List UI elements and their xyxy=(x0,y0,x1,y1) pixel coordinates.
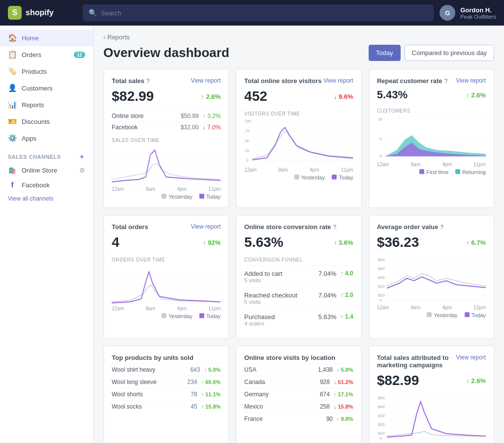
orders-badge: 12 xyxy=(74,52,85,58)
visitors-chart: 100 75 50 25 0 xyxy=(244,118,353,165)
svg-text:75: 75 xyxy=(245,129,249,133)
total-orders-card: Total orders View report 4 ↑ 92% ORDERS … xyxy=(103,215,229,339)
channel-online-store[interactable]: 🛍️ Online Store ⚙ xyxy=(0,163,93,177)
breadcrumb[interactable]: ‹ Reports xyxy=(103,33,494,41)
orders-legend: Yesterday Today xyxy=(112,313,220,319)
orders-icon: 📋 xyxy=(8,50,17,59)
sales-legend: Yesterday Today xyxy=(112,194,220,200)
svg-text:$10: $10 xyxy=(378,293,385,297)
avg-order-card: Average order value ? $36.23 ↑ 6.7% $50 … xyxy=(369,215,494,339)
user-area[interactable]: G Gordon H. Peak Outfitters xyxy=(440,5,496,21)
total-sales-sub-metrics: Online store $50.99 ↑ 3.2% Facebook $32.… xyxy=(112,110,220,133)
channel-label-facebook: Facebook xyxy=(22,181,50,189)
marketing-view-report[interactable]: View report xyxy=(456,354,486,361)
visitors-legend: Yesterday Today xyxy=(244,175,353,180)
page-header: Overview dashboard Today Compared to pre… xyxy=(103,45,494,61)
repeat-customer-card: Repeat customer rate ? View report 5.43%… xyxy=(369,69,494,208)
sidebar-label-home: Home xyxy=(22,34,39,42)
main-content: ‹ Reports Overview dashboard Today Compa… xyxy=(94,26,504,443)
search-icon: 🔍 xyxy=(89,9,97,17)
sidebar-label-orders: Orders xyxy=(22,51,41,59)
total-sales-help-icon: ? xyxy=(146,78,150,85)
orders-chart-label: ORDERS OVER TIME xyxy=(112,257,220,263)
customers-icon: 👤 xyxy=(8,84,17,92)
top-products-card: Top products by units sold Wool shirt he… xyxy=(103,346,229,443)
search-bar[interactable]: 🔍 xyxy=(83,4,434,21)
online-store-settings-icon[interactable]: ⚙ xyxy=(79,167,85,174)
sales-x-labels: 12am8am4pm11pm xyxy=(112,186,220,192)
location-visits-card: Online store visits by location USA 1,43… xyxy=(236,346,361,443)
discounts-icon: 🎫 xyxy=(8,117,17,126)
search-input[interactable] xyxy=(101,9,428,17)
svg-text:0: 0 xyxy=(247,158,249,163)
marketing-change: ↑ 2.6% xyxy=(466,377,486,384)
product-list: Wool shirt heavy 643 ↑ 5.0% Wool long sl… xyxy=(112,363,220,413)
view-all-channels[interactable]: View all channels xyxy=(0,192,93,205)
conversion-change: ↑ 3.6% xyxy=(334,239,353,246)
visitors-change: ↓ 9.6% xyxy=(334,93,353,100)
sales-chart-label: SALES OVER TIME xyxy=(112,138,220,143)
page-title: Overview dashboard xyxy=(103,45,229,60)
svg-text:25: 25 xyxy=(245,148,249,153)
compare-button[interactable]: Compared to previous day xyxy=(405,45,494,61)
repeat-customer-view-report[interactable]: View report xyxy=(456,77,486,84)
total-orders-view-report[interactable]: View report xyxy=(191,223,220,230)
funnel-row-cart: Added to cart 5 visits 7.04% ↑ 4.0 xyxy=(244,266,353,287)
total-sales-title: Total sales ? xyxy=(112,77,150,85)
sidebar-label-discounts: Discounts xyxy=(22,118,50,125)
svg-text:$20: $20 xyxy=(378,422,385,427)
reports-icon: 📊 xyxy=(8,100,17,109)
sidebar-label-products: Products xyxy=(22,68,47,75)
visitors-title: Total online store visitors xyxy=(244,77,321,85)
products-icon: 🏷️ xyxy=(8,67,17,76)
sidebar-item-apps[interactable]: ⚙️ Apps xyxy=(0,130,93,147)
svg-text:50: 50 xyxy=(245,139,249,143)
svg-text:$50: $50 xyxy=(378,258,385,262)
facebook-icon: f xyxy=(8,181,17,189)
location-row-mexico: Mexico 258 ↓ 15.8% xyxy=(244,400,353,413)
marketing-value: $82.99 xyxy=(377,373,419,388)
customers-x-labels: 12am8am4pm11pm xyxy=(377,162,486,167)
sidebar-item-home[interactable]: 🏠 Home xyxy=(0,30,93,46)
svg-text:5: 5 xyxy=(379,137,382,141)
user-name: Gordon H. xyxy=(460,6,496,14)
total-sales-value: $82.99 xyxy=(112,89,154,104)
sidebar-item-customers[interactable]: 👤 Customers xyxy=(0,80,93,96)
sales-chart xyxy=(112,145,220,184)
total-visitors-card: Total online store visitors View report … xyxy=(236,69,361,208)
product-row-2: Wool long sleeve 234 ↑ 60.6% xyxy=(112,376,220,388)
orders-x-labels: 12am8am4pm11pm xyxy=(112,306,220,311)
location-row-germany: Germany 674 ↑ 17.1% xyxy=(244,388,353,400)
svg-text:0: 0 xyxy=(379,154,382,158)
funnel-label: CONVERSION FUNNEL xyxy=(244,257,353,263)
product-row-4: Wool socks 45 ↑ 15.8% xyxy=(112,400,220,413)
marketing-chart: $50 $40 $30 $20 $10 0 xyxy=(377,394,486,441)
sidebar-item-discounts[interactable]: 🎫 Discounts xyxy=(0,113,93,130)
sales-channels-header: SALES CHANNELS ＋ xyxy=(0,147,93,163)
channel-facebook[interactable]: f Facebook xyxy=(0,177,93,192)
orders-chart xyxy=(112,265,220,304)
today-button[interactable]: Today xyxy=(369,45,401,61)
sidebar-item-reports[interactable]: 📊 Reports xyxy=(0,96,93,113)
channel-label-online-store: Online Store xyxy=(22,167,57,174)
shopify-logo: S shopify xyxy=(8,6,77,20)
marketing-title: Total sales attributed to marketing camp… xyxy=(377,354,453,369)
sidebar-label-customers: Customers xyxy=(22,85,53,92)
sidebar-label-apps: Apps xyxy=(22,135,36,142)
total-orders-value: 4 xyxy=(112,235,120,250)
funnel-section: CONVERSION FUNNEL Added to cart 5 visits… xyxy=(244,257,353,330)
svg-text:$30: $30 xyxy=(378,413,385,418)
sidebar-item-orders[interactable]: 📋 Orders 12 xyxy=(0,46,93,63)
funnel-row-purchased: Purchased 4 orders 5.63% ↑ 1.4 xyxy=(244,309,353,330)
total-sales-view-report[interactable]: View report xyxy=(191,77,220,84)
repeat-customer-title: Repeat customer rate ? xyxy=(377,77,448,85)
location-title: Online store visits by location xyxy=(244,354,335,361)
apps-icon: ⚙️ xyxy=(8,134,17,143)
product-row-1: Wool shirt heavy 643 ↑ 5.0% xyxy=(112,363,220,376)
user-info: Gordon H. Peak Outfitters xyxy=(460,6,496,20)
sidebar-item-products[interactable]: 🏷️ Products xyxy=(0,63,93,80)
visitors-view-report[interactable]: View report xyxy=(323,77,353,84)
add-channel-icon[interactable]: ＋ xyxy=(78,152,86,161)
home-icon: 🏠 xyxy=(8,33,17,42)
sales-channels-label: SALES CHANNELS xyxy=(8,154,61,160)
